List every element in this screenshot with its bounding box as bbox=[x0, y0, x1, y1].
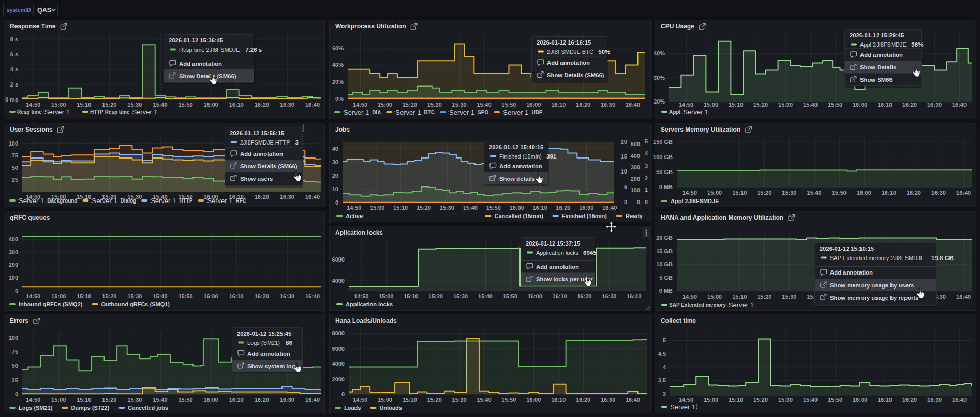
svg-text:2JI8FSMDJE HTTP: 2JI8FSMDJE HTTP bbox=[240, 139, 290, 146]
svg-text:6 s: 6 s bbox=[10, 51, 18, 57]
svg-text:2026-01-12 15:36:45: 2026-01-12 15:36:45 bbox=[169, 37, 223, 44]
svg-text:15:40: 15:40 bbox=[477, 397, 491, 403]
svg-text:15:40: 15:40 bbox=[803, 102, 818, 108]
svg-text:100: 100 bbox=[9, 335, 18, 341]
svg-text:3: 3 bbox=[295, 139, 298, 146]
svg-text:86: 86 bbox=[286, 340, 292, 346]
svg-text:0 MB: 0 MB bbox=[659, 287, 673, 294]
svg-text:2026-01-12 15:29:45: 2026-01-12 15:29:45 bbox=[850, 32, 904, 38]
svg-text:16:00: 16:00 bbox=[526, 102, 541, 108]
svg-text:15:10: 15:10 bbox=[77, 397, 91, 403]
svg-text:16:20: 16:20 bbox=[577, 293, 591, 299]
svg-text:5: 5 bbox=[663, 337, 666, 343]
svg-text:Show system logs: Show system logs bbox=[247, 363, 299, 369]
svg-text:15:30: 15:30 bbox=[453, 293, 468, 299]
svg-text:25: 25 bbox=[12, 177, 18, 183]
svg-text:0%: 0% bbox=[335, 96, 344, 102]
svg-text:500: 500 bbox=[631, 141, 640, 147]
svg-text:16:10: 16:10 bbox=[532, 205, 547, 211]
svg-text:Ready: Ready bbox=[626, 213, 643, 219]
svg-text:0: 0 bbox=[335, 199, 338, 206]
svg-text:0: 0 bbox=[341, 391, 345, 397]
svg-text:200: 200 bbox=[631, 176, 640, 182]
svg-text:15:00: 15:00 bbox=[704, 102, 718, 108]
svg-text:16:10: 16:10 bbox=[551, 397, 566, 403]
svg-text:200: 200 bbox=[9, 262, 18, 268]
svg-text:16:40: 16:40 bbox=[305, 397, 320, 403]
svg-text:16:10: 16:10 bbox=[551, 102, 566, 108]
svg-text:5: 5 bbox=[624, 184, 627, 190]
svg-text:14:50: 14:50 bbox=[353, 102, 367, 108]
svg-text:16:20: 16:20 bbox=[255, 194, 269, 200]
svg-text:15:30: 15:30 bbox=[127, 102, 142, 108]
svg-text:40: 40 bbox=[332, 146, 338, 152]
svg-text:Show details: Show details bbox=[499, 176, 535, 182]
svg-text:14:50: 14:50 bbox=[679, 102, 693, 108]
svg-text:0 ms: 0 ms bbox=[5, 96, 18, 103]
svg-text:15:30: 15:30 bbox=[127, 397, 142, 403]
svg-text:16:20: 16:20 bbox=[255, 293, 269, 299]
svg-text:16:20: 16:20 bbox=[902, 397, 917, 403]
svg-text:6000: 6000 bbox=[332, 346, 345, 352]
svg-text:16:30: 16:30 bbox=[280, 397, 294, 403]
svg-text:Application locks: Application locks bbox=[536, 250, 578, 256]
svg-text:Workprocess Utilization: Workprocess Utilization bbox=[335, 23, 406, 30]
svg-text:15: 15 bbox=[621, 153, 627, 160]
svg-text:15:50: 15:50 bbox=[179, 102, 193, 108]
svg-text:15:00: 15:00 bbox=[707, 294, 722, 300]
svg-text:Add annotation: Add annotation bbox=[830, 269, 873, 276]
svg-text:15:00: 15:00 bbox=[704, 397, 718, 403]
svg-text:15 GB: 15 GB bbox=[656, 248, 673, 254]
svg-text:15:10: 15:10 bbox=[77, 194, 91, 200]
svg-text:15:50: 15:50 bbox=[503, 293, 517, 299]
svg-text:15:10: 15:10 bbox=[732, 190, 747, 196]
svg-text:4: 4 bbox=[645, 150, 648, 156]
svg-text:SAP Extended memory 2JI8FSMDJE: SAP Extended memory 2JI8FSMDJE bbox=[830, 255, 924, 261]
svg-text:4 s: 4 s bbox=[10, 66, 18, 73]
svg-text:10: 10 bbox=[621, 168, 627, 175]
svg-text:15:10: 15:10 bbox=[393, 205, 408, 211]
svg-text:Appl 2JI8FSMDJE: Appl 2JI8FSMDJE bbox=[671, 198, 719, 204]
svg-text:Show memory usage by users: Show memory usage by users bbox=[830, 282, 914, 289]
svg-text:16:10: 16:10 bbox=[229, 293, 244, 299]
svg-text:2026-01-12 15:40:15: 2026-01-12 15:40:15 bbox=[489, 144, 543, 150]
svg-text:16:10: 16:10 bbox=[878, 397, 892, 403]
svg-text:150 GB: 150 GB bbox=[653, 139, 673, 145]
svg-text:300: 300 bbox=[631, 164, 640, 170]
svg-text:Server 1: Server 1 bbox=[503, 109, 528, 117]
svg-text:Server 1: Server 1 bbox=[683, 108, 708, 116]
svg-text:Outbound qRFCs (SMQ1): Outbound qRFCs (SMQ1) bbox=[101, 301, 170, 307]
svg-text:8000: 8000 bbox=[332, 330, 345, 336]
svg-text:Show Details (SM66): Show Details (SM66) bbox=[547, 72, 604, 78]
svg-text:15:10: 15:10 bbox=[729, 102, 743, 108]
svg-text:DIA: DIA bbox=[372, 110, 381, 116]
svg-text:60%: 60% bbox=[332, 45, 344, 51]
svg-text:15:40: 15:40 bbox=[803, 397, 818, 403]
svg-text:HTTP Resp time: HTTP Resp time bbox=[90, 109, 130, 115]
svg-text:2026-01-12 15:37:15: 2026-01-12 15:37:15 bbox=[526, 240, 580, 247]
svg-text:3: 3 bbox=[663, 391, 666, 397]
svg-text:15:50: 15:50 bbox=[179, 293, 193, 299]
svg-text:4000: 4000 bbox=[332, 361, 345, 367]
svg-text:Aplication locks: Aplication locks bbox=[335, 229, 383, 236]
svg-text:16:20: 16:20 bbox=[255, 397, 269, 403]
svg-text:15:30: 15:30 bbox=[782, 190, 796, 196]
svg-text:15:20: 15:20 bbox=[428, 293, 443, 299]
svg-text:15:00: 15:00 bbox=[379, 293, 393, 299]
svg-text:16:30: 16:30 bbox=[931, 190, 946, 196]
svg-text:15:10: 15:10 bbox=[77, 102, 91, 108]
svg-text:Resp time 2JI8FSMDJE: Resp time 2JI8FSMDJE bbox=[179, 47, 240, 53]
svg-text:2026-01-12 15:10:15: 2026-01-12 15:10:15 bbox=[820, 246, 874, 252]
svg-text:15:20: 15:20 bbox=[427, 397, 442, 403]
svg-text:8 s: 8 s bbox=[10, 36, 18, 42]
svg-text:15:00: 15:00 bbox=[51, 293, 66, 299]
svg-text:15:20: 15:20 bbox=[102, 102, 116, 108]
svg-text:16:00: 16:00 bbox=[204, 397, 218, 403]
svg-text:Resp time: Resp time bbox=[17, 109, 42, 115]
svg-text:Add annotation: Add annotation bbox=[247, 351, 290, 357]
svg-text:10 GB: 10 GB bbox=[656, 261, 673, 267]
svg-text:16:00: 16:00 bbox=[204, 102, 218, 108]
svg-text:Server 1: Server 1 bbox=[151, 197, 176, 205]
svg-text:15:40: 15:40 bbox=[153, 293, 167, 299]
svg-text:50: 50 bbox=[12, 165, 18, 171]
